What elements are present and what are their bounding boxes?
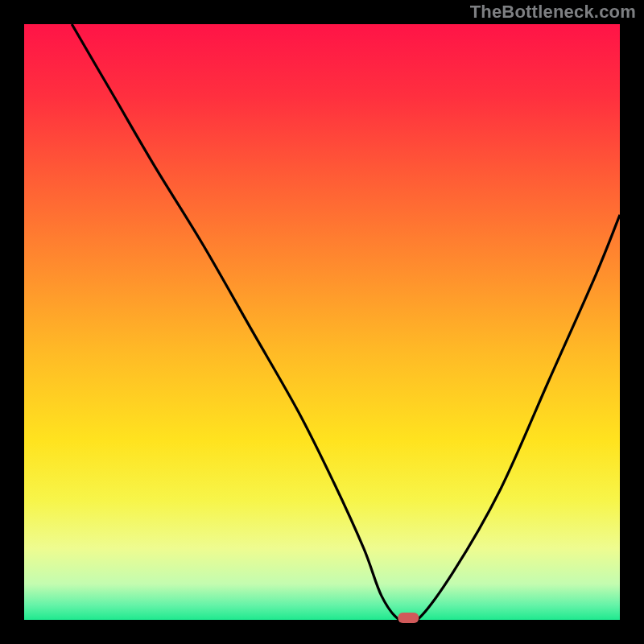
- plot-background: [24, 24, 620, 620]
- bottleneck-chart: [0, 0, 644, 644]
- optimal-marker: [398, 613, 419, 623]
- attribution-label: TheBottleneck.com: [470, 2, 636, 23]
- chart-frame: TheBottleneck.com: [0, 0, 644, 644]
